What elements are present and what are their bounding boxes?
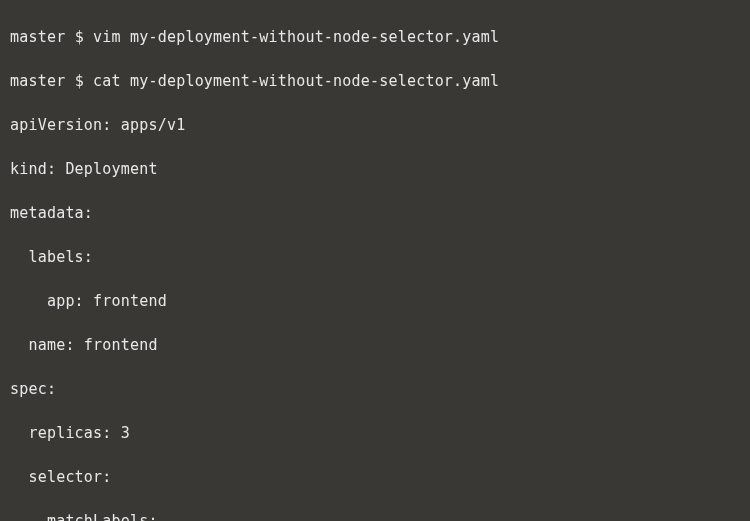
- yaml-line: app: frontend: [10, 290, 740, 312]
- yaml-line: kind: Deployment: [10, 158, 740, 180]
- yaml-line: replicas: 3: [10, 422, 740, 444]
- prompt-host: master: [10, 72, 65, 90]
- yaml-line: metadata:: [10, 202, 740, 224]
- yaml-line: name: frontend: [10, 334, 740, 356]
- yaml-line: apiVersion: apps/v1: [10, 114, 740, 136]
- command-line-1: master $ vim my-deployment-without-node-…: [10, 26, 740, 48]
- prompt-symbol: $: [75, 72, 84, 90]
- command-text: vim my-deployment-without-node-selector.…: [93, 28, 499, 46]
- command-text: cat my-deployment-without-node-selector.…: [93, 72, 499, 90]
- prompt-host: master: [10, 28, 65, 46]
- terminal-output[interactable]: master $ vim my-deployment-without-node-…: [0, 0, 750, 521]
- prompt-symbol: $: [75, 28, 84, 46]
- command-line-2: master $ cat my-deployment-without-node-…: [10, 70, 740, 92]
- yaml-line: spec:: [10, 378, 740, 400]
- yaml-line: matchLabels:: [10, 510, 740, 521]
- yaml-line: selector:: [10, 466, 740, 488]
- yaml-line: labels:: [10, 246, 740, 268]
